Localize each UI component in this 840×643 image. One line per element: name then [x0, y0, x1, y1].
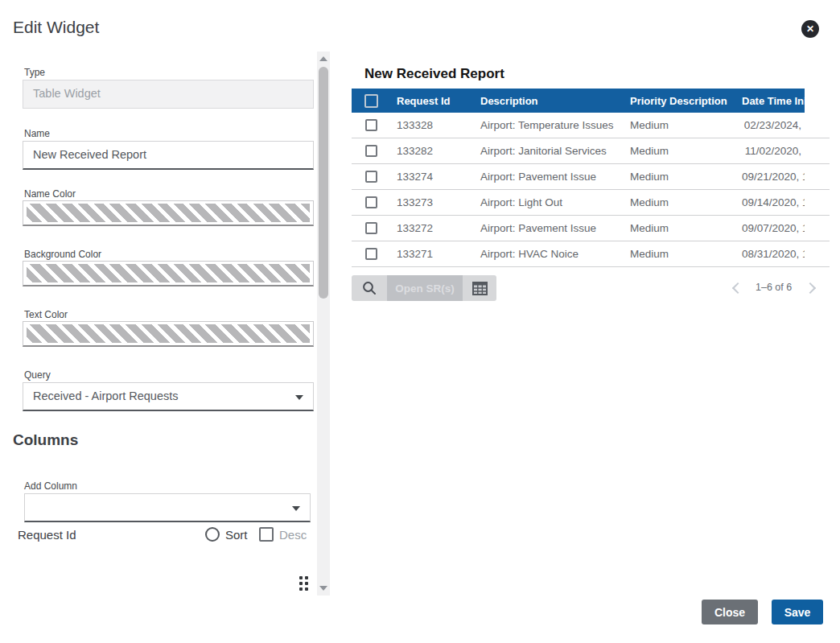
- cell-priority: Medium: [624, 196, 737, 208]
- table-row[interactable]: 133282 Airport: Janitorial Services Medi…: [352, 138, 830, 164]
- drag-handle-icon[interactable]: [299, 576, 310, 591]
- table-row[interactable]: 133274 Airport: Pavement Issue Medium 09…: [352, 164, 830, 190]
- previous-page-icon[interactable]: [728, 279, 744, 295]
- save-button[interactable]: Save: [772, 600, 823, 624]
- cell-request-id: 133273: [390, 196, 474, 208]
- table-row[interactable]: 133273 Airport: Light Out Medium 09/14/2…: [352, 190, 830, 216]
- open-srs-button[interactable]: Open SR(s): [387, 275, 463, 301]
- column-settings-button[interactable]: [463, 275, 496, 301]
- header-description[interactable]: Description: [474, 95, 624, 107]
- pagination: 1–6 of 6: [728, 279, 819, 295]
- cell-request-id: 133272: [390, 222, 474, 234]
- close-icon[interactable]: ✕: [801, 20, 819, 38]
- cell-date-time: 11/02/2020,: [737, 145, 805, 157]
- search-icon: [362, 281, 377, 295]
- cell-date-time: 02/23/2024,: [737, 119, 805, 131]
- scroll-down-icon[interactable]: [319, 586, 327, 591]
- table-toolbar: Open SR(s): [352, 275, 496, 301]
- preview-title: New Received Report: [364, 66, 504, 82]
- search-button[interactable]: [352, 275, 387, 301]
- row-checkbox[interactable]: [365, 222, 377, 234]
- cell-priority: Medium: [624, 248, 737, 260]
- name-color-label: Name Color: [24, 188, 76, 200]
- add-column-label: Add Column: [24, 480, 77, 492]
- columns-heading: Columns: [13, 431, 78, 449]
- sort-radio-label: Sort: [225, 528, 248, 542]
- header-priority-description[interactable]: Priority Description: [624, 95, 737, 107]
- select-all-checkbox[interactable]: [364, 94, 378, 108]
- table-grid-icon: [472, 282, 488, 295]
- name-input[interactable]: New Received Report: [23, 141, 314, 170]
- background-color-label: Background Color: [24, 249, 101, 260]
- sort-radio[interactable]: [205, 527, 220, 542]
- table-row[interactable]: 133271 Airport: HVAC Noice Medium 08/31/…: [352, 241, 830, 267]
- text-color-picker[interactable]: [23, 321, 314, 347]
- cell-priority: Medium: [624, 145, 737, 157]
- add-column-select[interactable]: [24, 493, 311, 522]
- cell-priority: Medium: [624, 222, 737, 234]
- form-scrollbar[interactable]: [317, 52, 330, 596]
- cell-date-time: 08/31/2020, 1: [737, 248, 805, 260]
- cell-request-id: 133274: [390, 171, 474, 183]
- cell-request-id: 133271: [390, 248, 474, 260]
- name-label: Name: [24, 128, 50, 139]
- cell-priority: Medium: [624, 171, 737, 183]
- cell-description: Airport: Light Out: [474, 196, 624, 208]
- edit-widget-dialog: Edit Widget ✕ Type Table Widget Name New…: [0, 0, 840, 643]
- cell-description: Airport: Pavement Issue: [474, 171, 624, 183]
- scroll-up-icon[interactable]: [319, 56, 327, 61]
- column-item-request-id: Request Id: [18, 528, 76, 542]
- cell-date-time: 09/07/2020, 1: [737, 222, 805, 234]
- table-header-row: Request Id Description Priority Descript…: [352, 89, 830, 113]
- hatch-pattern: [27, 264, 310, 282]
- table-body: 133328 Airport: Temperature Issues Mediu…: [352, 113, 830, 267]
- background-color-picker[interactable]: [23, 261, 314, 286]
- name-color-picker[interactable]: [23, 200, 314, 226]
- text-color-label: Text Color: [24, 309, 68, 320]
- table-row[interactable]: 133328 Airport: Temperature Issues Mediu…: [352, 113, 830, 138]
- type-label: Type: [24, 67, 45, 78]
- table-row[interactable]: 133272 Airport: Pavement Issue Medium 09…: [352, 216, 830, 241]
- preview-table: Request Id Description Priority Descript…: [352, 89, 830, 267]
- cell-priority: Medium: [624, 119, 737, 131]
- cell-description: Airport: HVAC Noice: [474, 248, 624, 260]
- scrollbar-thumb[interactable]: [319, 67, 328, 299]
- cell-date-time: 09/21/2020, 1: [737, 171, 805, 183]
- header-date-time-initiated[interactable]: Date Time Initi: [737, 95, 805, 107]
- chevron-down-icon: [295, 395, 303, 400]
- row-checkbox[interactable]: [365, 171, 377, 183]
- row-checkbox[interactable]: [365, 196, 377, 208]
- cell-description: Airport: Temperature Issues: [474, 119, 624, 131]
- hatch-pattern: [27, 324, 310, 343]
- close-button[interactable]: Close: [702, 600, 758, 624]
- query-label: Query: [24, 369, 51, 381]
- header-request-id[interactable]: Request Id: [390, 95, 474, 107]
- type-field: Table Widget: [23, 80, 314, 109]
- chevron-down-icon: [292, 506, 300, 511]
- row-checkbox[interactable]: [365, 145, 377, 157]
- cell-description: Airport: Pavement Issue: [474, 222, 624, 234]
- cell-description: Airport: Janitorial Services: [474, 145, 624, 157]
- row-checkbox[interactable]: [365, 119, 377, 131]
- pagination-range: 1–6 of 6: [756, 282, 792, 293]
- dialog-title: Edit Widget: [13, 18, 99, 37]
- query-select[interactable]: Received - Airport Requests: [23, 382, 314, 411]
- query-selected-value: Received - Airport Requests: [33, 390, 179, 402]
- cell-request-id: 133328: [390, 119, 474, 131]
- next-page-icon[interactable]: [803, 279, 819, 295]
- desc-checkbox[interactable]: [259, 527, 274, 542]
- desc-checkbox-label: Desc: [279, 528, 307, 542]
- cell-request-id: 133282: [390, 145, 474, 157]
- cell-date-time: 09/14/2020, 1: [737, 196, 805, 208]
- row-checkbox[interactable]: [365, 248, 377, 260]
- hatch-pattern: [27, 204, 310, 222]
